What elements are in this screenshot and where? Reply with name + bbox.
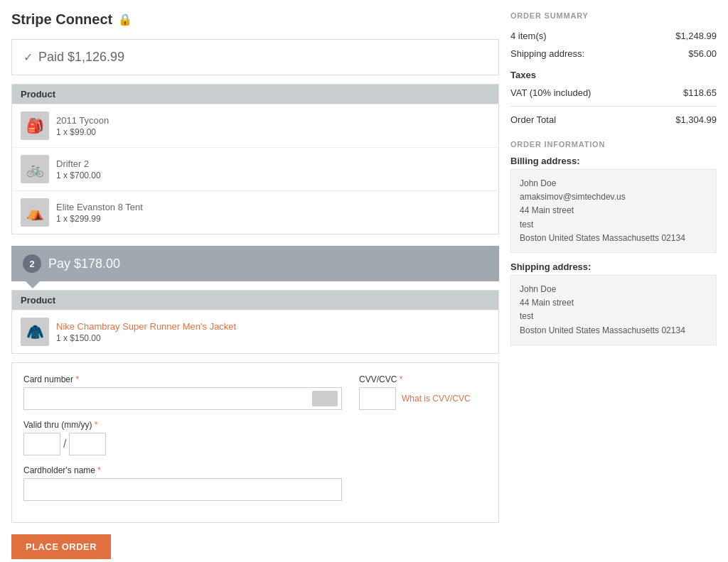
card-form: Card number * Valid thru (mm/yy) * bbox=[11, 362, 499, 523]
items-label: 4 item(s) bbox=[510, 31, 547, 41]
required-star: * bbox=[75, 374, 79, 384]
valid-thru-group: Valid thru (mm/yy) * / bbox=[23, 420, 342, 455]
pay-section: 2 Pay $178.00 bbox=[11, 246, 499, 281]
card-number-label: Card number * bbox=[23, 374, 342, 384]
title-text: Stripe Connect bbox=[11, 11, 112, 28]
vat-value: $118.65 bbox=[683, 87, 717, 98]
product-details-tycoon: 2011 Tycoon 1 x $99.00 bbox=[56, 115, 109, 137]
product-details-jacket: Nike Chambray Super Runner Men's Jacket … bbox=[56, 321, 236, 343]
first-table-header: Product bbox=[12, 85, 498, 104]
taxes-label: Taxes bbox=[510, 70, 536, 80]
product-row: ⛺ Elite Evanston 8 Tent 1 x $299.99 bbox=[12, 190, 498, 234]
pay-label: Pay $178.00 bbox=[48, 256, 120, 271]
page-title: Stripe Connect 🔒 bbox=[11, 11, 499, 28]
order-total-value: $1,304.99 bbox=[675, 114, 717, 125]
card-icon bbox=[312, 391, 338, 406]
order-info-title: ORDER INFORMATION bbox=[510, 140, 717, 148]
product-price: 1 x $299.99 bbox=[56, 214, 143, 224]
required-star: * bbox=[95, 420, 98, 430]
second-table-header: Product bbox=[12, 291, 498, 310]
product-row: 🚲 Drifter 2 1 x $700.00 bbox=[12, 147, 498, 190]
order-summary-title: ORDER SUMMARY bbox=[510, 11, 717, 20]
product-price: 1 x $99.00 bbox=[56, 127, 109, 137]
expiry-month-input[interactable] bbox=[23, 433, 60, 455]
expiry-separator: / bbox=[63, 438, 66, 450]
cvv-label: CVV/CVC * bbox=[359, 374, 487, 384]
shipping-street: 44 Main street bbox=[520, 296, 707, 310]
billing-name: John Doe bbox=[520, 177, 707, 190]
vat-row: VAT (10% included) $118.65 bbox=[510, 84, 717, 102]
shipping-name: John Doe bbox=[520, 283, 707, 296]
valid-thru-label: Valid thru (mm/yy) * bbox=[23, 420, 342, 430]
product-name: Drifter 2 bbox=[56, 158, 101, 169]
cvv-help-link[interactable]: What is CVV/CVC bbox=[402, 394, 471, 404]
product-details-tent: Elite Evanston 8 Tent 1 x $299.99 bbox=[56, 202, 143, 224]
product-name: 2011 Tycoon bbox=[56, 115, 109, 126]
product-row: 🎒 2011 Tycoon 1 x $99.00 bbox=[12, 104, 498, 147]
product-name: Elite Evanston 8 Tent bbox=[56, 202, 143, 212]
product-price: 1 x $700.00 bbox=[56, 171, 101, 180]
items-value: $1,248.99 bbox=[675, 31, 717, 41]
order-total-row: Order Total $1,304.99 bbox=[510, 111, 717, 129]
expiry-year-input[interactable] bbox=[69, 433, 106, 455]
shipping-address-label: Shipping address: bbox=[510, 261, 717, 272]
required-star: * bbox=[97, 465, 101, 475]
product-name-link[interactable]: Nike Chambray Super Runner Men's Jacket bbox=[56, 321, 236, 332]
product-row: 🧥 Nike Chambray Super Runner Men's Jacke… bbox=[12, 310, 498, 353]
product-image-tent: ⛺ bbox=[21, 198, 49, 227]
order-sidebar: ORDER SUMMARY 4 item(s) $1,248.99 Shippi… bbox=[510, 11, 717, 559]
billing-label: Billing address: bbox=[510, 156, 717, 166]
cvv-input[interactable] bbox=[359, 387, 396, 410]
billing-city-state: Boston United States Massachusetts 02134 bbox=[520, 232, 707, 245]
taxes-header-row: Taxes bbox=[510, 63, 717, 84]
product-image-jacket: 🧥 bbox=[21, 318, 49, 346]
first-product-table: Product 🎒 2011 Tycoon 1 x $99.00 🚲 Drift… bbox=[11, 84, 499, 234]
product-details-drifter: Drifter 2 1 x $700.00 bbox=[56, 158, 101, 180]
place-order-button[interactable]: PLACE ORDER bbox=[11, 534, 111, 559]
required-star: * bbox=[400, 374, 403, 384]
paid-label: Paid $1,126.99 bbox=[38, 50, 124, 65]
billing-address-box: John Doe amaksimov@simtechdev.us 44 Main… bbox=[510, 169, 717, 253]
product-image-drifter: 🚲 bbox=[21, 155, 49, 183]
cardholder-group: Cardholder's name * bbox=[23, 465, 342, 501]
checkmark-icon: ✓ bbox=[23, 50, 33, 64]
shipping-value: $56.00 bbox=[688, 48, 717, 59]
items-row: 4 item(s) $1,248.99 bbox=[510, 27, 717, 45]
billing-unit: test bbox=[520, 218, 707, 232]
product-image-tycoon: 🎒 bbox=[21, 112, 49, 140]
billing-street: 44 Main street bbox=[520, 204, 707, 217]
card-number-group: Card number * bbox=[23, 374, 342, 410]
shipping-unit: test bbox=[520, 310, 707, 323]
shipping-address-box: John Doe 44 Main street test Boston Unit… bbox=[510, 275, 717, 345]
vat-label: VAT (10% included) bbox=[510, 87, 591, 98]
step-number: 2 bbox=[23, 254, 41, 273]
cardholder-input[interactable] bbox=[23, 478, 342, 501]
lock-icon: 🔒 bbox=[118, 13, 132, 26]
product-price: 1 x $150.00 bbox=[56, 333, 236, 343]
billing-email: amaksimov@simtechdev.us bbox=[520, 190, 707, 204]
shipping-city-state: Boston United States Massachusetts 02134 bbox=[520, 324, 707, 337]
shipping-row: Shipping address: $56.00 bbox=[510, 45, 717, 63]
second-product-table: Product 🧥 Nike Chambray Super Runner Men… bbox=[11, 290, 499, 354]
paid-section: ✓ Paid $1,126.99 bbox=[11, 39, 499, 75]
cardholder-label: Cardholder's name * bbox=[23, 465, 342, 475]
shipping-label: Shipping address: bbox=[510, 48, 584, 59]
cvv-group: CVV/CVC * What is CVV/CVC bbox=[359, 374, 487, 410]
order-total-label: Order Total bbox=[510, 114, 556, 125]
card-number-input[interactable] bbox=[23, 387, 342, 410]
